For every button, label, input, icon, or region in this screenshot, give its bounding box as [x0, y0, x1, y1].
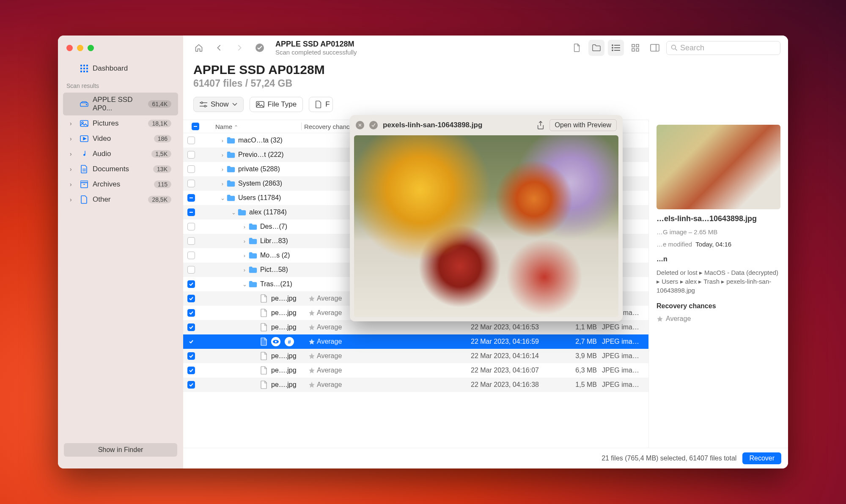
recover-button[interactable]: Recover: [742, 452, 781, 464]
home-button[interactable]: [191, 40, 207, 56]
disclosure-arrow[interactable]: ›: [219, 166, 226, 173]
row-checkbox[interactable]: [187, 367, 195, 374]
row-name: pe….jpg: [271, 367, 297, 374]
row-checkbox[interactable]: [187, 151, 195, 159]
minimize-window-button[interactable]: [77, 45, 83, 51]
quick-look-icon[interactable]: [271, 337, 280, 346]
sidebar-section-header: Scan results: [58, 77, 183, 92]
toolbar-title-block: APPLE SSD AP0128M Scan completed success…: [275, 40, 565, 56]
disclosure-arrow[interactable]: ›: [241, 224, 248, 230]
disclosure-arrow[interactable]: ›: [219, 137, 226, 144]
show-filter-button[interactable]: Show: [193, 97, 244, 112]
svg-point-36: [201, 102, 203, 104]
disclosure-arrow[interactable]: ›: [241, 252, 248, 259]
row-checkbox[interactable]: [187, 309, 195, 317]
folder-icon: [248, 251, 258, 260]
sidebar-item-count: 13K: [153, 165, 171, 173]
show-in-finder-button[interactable]: Show in Finder: [64, 443, 177, 457]
headline: APPLE SSD AP0128M 61407 files / 57,24 GB: [183, 57, 788, 89]
toolbar-right: Search: [569, 40, 780, 56]
sidebar-item-count: 186: [154, 135, 171, 142]
row-recovery: Average: [308, 295, 355, 302]
row-recovery: Average: [308, 381, 355, 389]
disclosure-arrow[interactable]: ⌄: [230, 209, 237, 216]
row-modified: 22 Mar 2023, 04:16:53: [471, 323, 568, 331]
sidebar-item-pictures[interactable]: ›Pictures18,1K: [63, 116, 178, 131]
panel-toggle-button[interactable]: [647, 40, 663, 56]
details-filetype-size: …G image – 2.65 MB: [656, 228, 780, 236]
folder-icon: [226, 193, 236, 203]
disclosure-arrow[interactable]: ›: [241, 238, 248, 244]
row-checkbox[interactable]: [187, 137, 195, 144]
open-with-preview-button[interactable]: Open with Preview: [549, 119, 617, 131]
row-kind: JPEG ima…: [602, 338, 648, 345]
sidebar-item-drive[interactable]: APPLE SSD AP0...61,4K: [63, 93, 178, 115]
row-name: Tras…(21): [260, 280, 292, 288]
file-icon: [259, 351, 269, 361]
sidebar-item-label: Dashboard: [93, 64, 171, 73]
disclosure-arrow[interactable]: ›: [241, 267, 248, 273]
search-input[interactable]: Search: [666, 41, 780, 55]
row-checkbox[interactable]: [187, 165, 195, 173]
row-checkbox[interactable]: [187, 237, 195, 245]
file-row[interactable]: #Average22 Mar 2023, 04:16:592,7 MBJPEG …: [183, 334, 648, 349]
sidebar-item-other[interactable]: ›Other28,5K: [63, 192, 178, 207]
svg-rect-7: [83, 71, 85, 72]
file-row[interactable]: pe….jpgAverage22 Mar 2023, 04:16:381,5 M…: [183, 378, 648, 392]
file-type-filter-button[interactable]: File Type: [250, 97, 303, 112]
file-row[interactable]: pe….jpgAverage22 Mar 2023, 04:16:531,1 M…: [183, 320, 648, 334]
sidebar-item-dashboard[interactable]: Dashboard: [63, 61, 178, 76]
sidebar-item-archive[interactable]: ›Archives115: [63, 177, 178, 192]
share-icon[interactable]: [537, 121, 544, 129]
list-view-button[interactable]: [608, 40, 624, 56]
row-checkbox[interactable]: [187, 208, 195, 216]
row-modified: 22 Mar 2023, 04:16:14: [471, 352, 568, 360]
row-kind: JPEG ima…: [602, 381, 648, 389]
row-checkbox[interactable]: [187, 295, 195, 302]
row-checkbox[interactable]: [187, 180, 195, 187]
select-all-checkbox[interactable]: [192, 123, 199, 130]
maximize-window-button[interactable]: [88, 45, 94, 51]
grid-view-button[interactable]: [627, 40, 643, 56]
details-recovery-header: Recovery chances: [656, 302, 780, 310]
file-icon: [259, 380, 269, 389]
sidebar-item-label: Documents: [93, 165, 149, 173]
chevron-right-icon: ›: [70, 151, 76, 157]
forward-button[interactable]: [231, 40, 247, 56]
row-checkbox[interactable]: [187, 323, 195, 331]
sidebar-item-video[interactable]: ›Video186: [63, 131, 178, 146]
disclosure-arrow[interactable]: ›: [219, 181, 226, 187]
row-checkbox[interactable]: [187, 338, 195, 345]
file-view-button[interactable]: [569, 40, 585, 56]
file-row[interactable]: pe….jpgAverage22 Mar 2023, 04:16:143,9 M…: [183, 349, 648, 363]
sidebar-item-document[interactable]: ›Documents13K: [63, 162, 178, 176]
row-checkbox[interactable]: [187, 252, 195, 259]
disclosure-arrow[interactable]: ⌄: [219, 195, 226, 201]
folder-icon: [248, 222, 258, 231]
row-checkbox[interactable]: [187, 381, 195, 389]
details-filename: …els-linh-sa…10643898.jpg: [656, 214, 780, 223]
row-checkbox[interactable]: [187, 194, 195, 202]
sidebar-item-audio[interactable]: ›Audio1,5K: [63, 147, 178, 161]
file-row[interactable]: pe….jpgAverage22 Mar 2023, 04:16:076,3 M…: [183, 363, 648, 378]
row-name: Des…(7): [260, 223, 287, 230]
hex-icon[interactable]: #: [285, 337, 294, 346]
disclosure-arrow[interactable]: ⌄: [241, 281, 248, 288]
row-checkbox[interactable]: [187, 266, 195, 274]
row-checkbox[interactable]: [187, 352, 195, 360]
row-checkbox[interactable]: [187, 280, 195, 288]
archive-icon: [80, 180, 88, 189]
sidebar-item-count: 115: [154, 181, 171, 188]
preview-close-button[interactable]: [356, 121, 364, 129]
back-button[interactable]: [211, 40, 227, 56]
close-window-button[interactable]: [66, 45, 73, 51]
more-filter-button[interactable]: F: [309, 97, 332, 112]
row-checkbox[interactable]: [187, 223, 195, 230]
sidebar-item-label: APPLE SSD AP0...: [93, 96, 144, 112]
details-thumbnail: [656, 125, 780, 209]
disclosure-arrow[interactable]: ›: [219, 152, 226, 158]
folder-view-button[interactable]: [588, 40, 604, 56]
preview-expand-button[interactable]: [369, 121, 378, 129]
column-header-name[interactable]: Name ⌃: [203, 123, 299, 130]
details-path-header: …n: [656, 255, 780, 263]
